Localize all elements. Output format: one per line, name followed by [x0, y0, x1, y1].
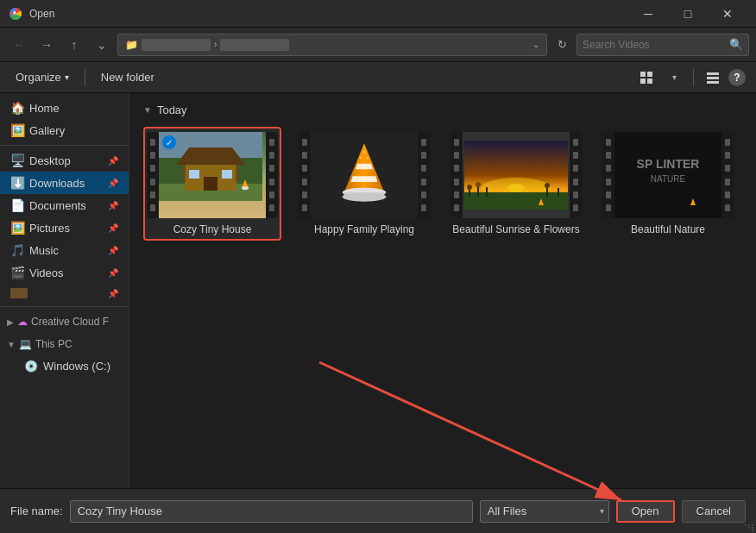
sidebar-this-pc-label: This PC [35, 338, 72, 350]
view-toggle-button[interactable] [634, 66, 658, 90]
sidebar-downloads-label: Downloads [29, 177, 85, 190]
back-button[interactable]: ← [7, 33, 31, 57]
main-layout: 🏠 Home 🖼️ Gallery 🖥️ Desktop 📌 ⬇️ Downlo… [0, 93, 756, 488]
svg-rect-16 [222, 170, 232, 179]
svg-rect-3 [647, 72, 652, 77]
sidebar-item-desktop[interactable]: 🖥️ Desktop 📌 [0, 149, 129, 172]
file-name-nature: Beautiful Nature [631, 223, 705, 235]
sidebar-item-documents[interactable]: 📄 Documents 📌 [0, 194, 129, 216]
svg-rect-7 [707, 77, 719, 79]
organize-label: Organize [16, 71, 61, 84]
file-name-sunrise: Beautiful Sunrise & Flowers [452, 223, 579, 235]
sidebar-item-home[interactable]: 🏠 Home [0, 97, 129, 119]
file-item-sunrise[interactable]: Beautiful Sunrise & Flowers [447, 127, 585, 241]
up-button[interactable]: ↑ [62, 33, 86, 57]
svg-point-29 [343, 192, 387, 202]
vlc-cone-image [311, 132, 418, 218]
collapse-icon[interactable]: ▼ [143, 105, 152, 115]
svg-rect-4 [640, 78, 646, 84]
svg-text:SP LINTER: SP LINTER [637, 157, 700, 171]
music-icon: 🎵 [10, 243, 24, 257]
film-strip-left-4 [602, 132, 614, 218]
section-header-today: ▼ Today [143, 103, 742, 116]
sidebar-item-music[interactable]: 🎵 Music 📌 [0, 239, 129, 261]
film-strip-right-2 [418, 132, 430, 218]
sidebar-documents-label: Documents [29, 199, 86, 212]
documents-icon: 📄 [10, 198, 24, 212]
address-bar[interactable]: 📁 › ⌄ [117, 34, 547, 56]
sidebar-desktop-label: Desktop [29, 154, 71, 167]
toolbar-separator2 [693, 69, 694, 86]
sidebar-item-pictures[interactable]: 🖼️ Pictures 📌 [0, 216, 129, 239]
maximize-button[interactable]: □ [668, 0, 708, 28]
svg-point-35 [467, 185, 472, 190]
address-path-blurred [142, 39, 211, 51]
film-strip-right-4 [721, 132, 734, 218]
chevron-down-icon2: ▼ [7, 340, 16, 349]
help-button[interactable]: ? [728, 69, 746, 86]
sidebar-divider2 [0, 306, 129, 307]
minimize-button[interactable]: ─ [628, 0, 668, 28]
toolbar-right: ▾ ? [634, 66, 746, 90]
sidebar-item-videos[interactable]: 🎬 Videos 📌 [0, 261, 129, 284]
pin-icon7: 📌 [108, 289, 118, 298]
new-folder-button[interactable]: New folder [96, 67, 160, 87]
film-strip-left-2 [299, 132, 311, 218]
svg-point-24 [363, 151, 366, 154]
filename-input[interactable] [70, 500, 473, 523]
svg-point-32 [507, 184, 525, 192]
selected-check: ✓ [162, 135, 176, 149]
svg-marker-22 [356, 164, 373, 170]
pin-icon4: 📌 [108, 223, 118, 233]
chevron-right-icon: ▶ [7, 317, 14, 327]
view-grid-icon [639, 71, 653, 85]
cancel-button[interactable]: Cancel [682, 500, 746, 523]
organize-button[interactable]: Organize ▾ [10, 67, 74, 87]
file-name-happy: Happy Family Playing [314, 223, 414, 235]
search-box[interactable]: 🔍 [576, 34, 749, 56]
sidebar-item-gallery[interactable]: 🖼️ Gallery [0, 119, 129, 141]
svg-rect-17 [183, 165, 186, 182]
svg-rect-18 [236, 165, 238, 182]
this-pc-icon: 💻 [19, 338, 32, 350]
sidebar-group-thispc[interactable]: ▼ 💻 This PC [0, 333, 129, 355]
pin-icon: 📌 [108, 156, 118, 166]
sidebar: 🏠 Home 🖼️ Gallery 🖥️ Desktop 📌 ⬇️ Downlo… [0, 93, 129, 488]
resize-handle[interactable] [746, 523, 756, 533]
new-folder-label: New folder [101, 71, 154, 84]
file-item-happy-family[interactable]: Happy Family Playing [295, 127, 433, 241]
creative-cloud-icon: ☁ [17, 316, 28, 328]
sidebar-group-creative[interactable]: ▶ ☁ Creative Cloud F [0, 310, 129, 333]
address-folder-icon: 📁 [125, 39, 138, 51]
close-button[interactable]: ✕ [708, 0, 747, 28]
sidebar-windows-c-label: Windows (C:) [43, 360, 110, 373]
svg-point-40 [545, 183, 550, 188]
film-strip-left-1 [147, 132, 159, 218]
sidebar-item-windows-c[interactable]: 💿 Windows (C:) [0, 355, 129, 377]
svg-marker-23 [351, 176, 378, 182]
filetype-select[interactable]: All Files Video Files MP4 Files [480, 500, 609, 523]
view-chevron-button[interactable]: ▾ [662, 66, 686, 90]
sidebar-item-downloads[interactable]: ⬇️ Downloads 📌 [0, 172, 129, 194]
down-button[interactable]: ⌄ [90, 33, 114, 57]
pin-icon5: 📌 [108, 246, 118, 255]
open-button[interactable]: Open [616, 500, 675, 523]
nav-bar: ← → ↑ ⌄ 📁 › ⌄ ↻ 🔍 [0, 28, 756, 62]
gallery-icon: 🖼️ [10, 123, 24, 137]
sidebar-divider1 [0, 145, 129, 146]
forward-button[interactable]: → [35, 33, 59, 57]
refresh-button[interactable]: ↻ [551, 34, 573, 56]
svg-rect-8 [707, 81, 719, 84]
file-grid: ✓ Cozy Tiny House [143, 127, 742, 241]
view-list-button[interactable] [701, 66, 725, 90]
sidebar-item-extra[interactable]: 📌 [0, 284, 129, 303]
file-item-cozy-tiny-house[interactable]: ✓ Cozy Tiny House [143, 127, 281, 241]
svg-rect-5 [647, 78, 652, 84]
search-input[interactable] [583, 39, 726, 51]
sidebar-gallery-label: Gallery [29, 124, 65, 137]
search-icon: 🔍 [729, 38, 743, 51]
file-item-nature[interactable]: SP LINTER NATURE Beautiful Nature [599, 127, 737, 241]
extra-icon [10, 288, 28, 298]
pin-icon3: 📌 [108, 201, 118, 210]
address-path-blurred2 [220, 39, 289, 51]
